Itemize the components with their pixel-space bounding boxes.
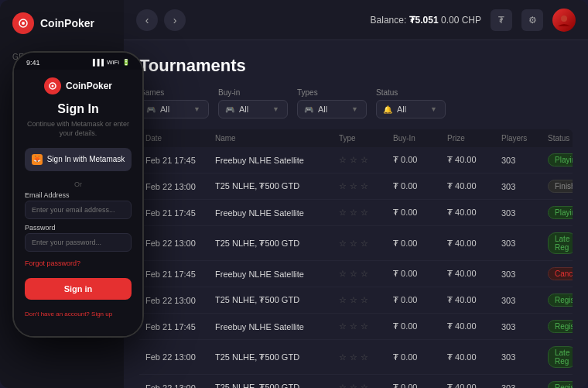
cell-prize: ₮ 40.00 bbox=[447, 155, 501, 165]
table-row[interactable]: Feb 22 13:00 T25 NLHE, ₮500 GTD ☆ ☆ ☆ ₮ … bbox=[139, 173, 573, 200]
star-icon-3: ☆ bbox=[361, 155, 368, 165]
table-row[interactable]: Feb 22 13:00 T25 NLHE, ₮500 GTD ☆ ☆ ☆ ₮ … bbox=[139, 287, 573, 314]
table-row[interactable]: Feb 22 13:00 T25 NLHE, ₮500 GTD ☆ ☆ ☆ ₮ … bbox=[139, 375, 573, 388]
email-field: Email Address bbox=[25, 191, 132, 219]
metamask-button[interactable]: 🦊 Sign In with Metamask bbox=[25, 148, 132, 171]
star-icon-1: ☆ bbox=[339, 383, 347, 388]
phone-logo-text: CoinPoker bbox=[66, 81, 112, 91]
phone-logo: CoinPoker bbox=[44, 77, 112, 94]
filter-buyin: Buy-in 🎮 All ▼ bbox=[218, 88, 288, 118]
table-header: Date Name Type Buy-In Prize Players Stat… bbox=[139, 129, 573, 147]
signup-anchor[interactable]: Sign up bbox=[91, 311, 112, 318]
svg-point-4 bbox=[51, 84, 53, 87]
forward-button[interactable]: › bbox=[164, 9, 186, 31]
cell-prize: ₮ 40.00 bbox=[447, 269, 501, 279]
cell-prize: ₮ 40.00 bbox=[447, 321, 501, 331]
cell-prize: ₮ 40.00 bbox=[447, 383, 501, 388]
avatar[interactable] bbox=[552, 9, 576, 32]
cell-date: Feb 22 13:00 bbox=[145, 182, 215, 191]
metamask-btn-label: Sign In with Metamask bbox=[47, 155, 125, 163]
table-row[interactable]: Feb 22 13:00 T25 NLHE, ₮500 GTD ☆ ☆ ☆ ₮ … bbox=[139, 340, 573, 375]
cell-date: Feb 21 17:45 bbox=[145, 270, 215, 279]
star-icon-1: ☆ bbox=[339, 208, 347, 218]
cell-prize: ₮ 40.00 bbox=[447, 295, 501, 305]
col-buyin: Buy-In bbox=[393, 134, 447, 142]
types-filter-icon: 🎮 bbox=[304, 105, 313, 114]
star-icon-2: ☆ bbox=[350, 239, 357, 249]
cell-type: ☆ ☆ ☆ bbox=[339, 352, 393, 362]
status-badge: Finished bbox=[548, 180, 573, 193]
filter-games-select[interactable]: 🎮 All ▼ bbox=[139, 100, 209, 118]
cell-status: Registering bbox=[548, 320, 573, 333]
metamask-icon: 🦊 bbox=[32, 154, 43, 165]
topbar-nav: ‹ › bbox=[136, 9, 186, 31]
cell-name: T25 NLHE, ₮500 GTD bbox=[215, 295, 339, 305]
filter-buyin-select[interactable]: 🎮 All ▼ bbox=[218, 100, 288, 118]
balance-chp: 0.00 CHP bbox=[441, 15, 481, 26]
topbar: ‹ › Balance: ₮5.051 0.00 CHP ₮ ⚙ bbox=[124, 0, 588, 40]
forgot-password-link[interactable]: Forgot password? bbox=[25, 259, 132, 267]
cell-name: T25 NLHE, ₮500 GTD bbox=[215, 239, 339, 249]
star-icon-2: ☆ bbox=[350, 352, 357, 362]
cell-players: 303 bbox=[501, 182, 548, 191]
filter-buyin-label: Buy-in bbox=[218, 88, 288, 97]
cell-date: Feb 22 13:00 bbox=[145, 239, 215, 248]
table-row[interactable]: Feb 21 17:45 Freebuy NLHE Satellite ☆ ☆ … bbox=[139, 261, 573, 287]
cell-status: Registering bbox=[548, 294, 573, 307]
status-badge: Playing bbox=[548, 206, 573, 219]
star-icon-1: ☆ bbox=[339, 155, 347, 165]
filter-types-select[interactable]: 🎮 All ▼ bbox=[297, 100, 367, 118]
cell-date: Feb 22 13:00 bbox=[145, 296, 215, 305]
phone-sign-in-subtitle: Continue with Metamask or enter your det… bbox=[25, 119, 132, 139]
star-icon-3: ☆ bbox=[361, 321, 368, 331]
filter-status: Status 🔔 All ▼ bbox=[376, 88, 446, 118]
chevron-down-icon-2: ▼ bbox=[272, 105, 279, 113]
cell-players: 303 bbox=[501, 352, 548, 362]
cell-status: Late Reg bbox=[548, 232, 573, 254]
or-divider: Or bbox=[74, 180, 82, 188]
cell-name: T25 NLHE, ₮500 GTD bbox=[215, 352, 339, 362]
email-input[interactable] bbox=[25, 201, 132, 219]
password-label: Password bbox=[25, 224, 132, 232]
signup-link: Don't have an account? Sign up bbox=[25, 311, 132, 318]
wallet-icon[interactable]: ₮ bbox=[491, 9, 512, 31]
status-badge: Playing bbox=[548, 153, 573, 167]
cell-status: Registering bbox=[548, 381, 573, 388]
table-row[interactable]: Feb 21 17:45 Freebuy NLHE Satellite ☆ ☆ … bbox=[139, 314, 573, 340]
logo-text: CoinPoker bbox=[40, 17, 94, 29]
table-row[interactable]: Feb 21 17:45 Freebuy NLHE Satellite ☆ ☆ … bbox=[139, 200, 573, 226]
cell-status: Finished bbox=[548, 180, 573, 193]
star-icon-2: ☆ bbox=[350, 155, 357, 165]
table-body: Feb 21 17:45 Freebuy NLHE Satellite ☆ ☆ … bbox=[139, 147, 573, 388]
main-container: CoinPoker General 🎮 Cash Games ‹ › Balan… bbox=[0, 0, 588, 388]
password-input[interactable] bbox=[25, 233, 132, 252]
cell-buyin: ₮ 0.00 bbox=[393, 239, 447, 249]
phone-content: CoinPoker Sign In Continue with Metamask… bbox=[14, 70, 142, 336]
logo-icon bbox=[12, 12, 34, 34]
sign-in-button[interactable]: Sign in bbox=[25, 278, 132, 300]
status-badge: Registering bbox=[548, 320, 573, 333]
star-icon-3: ☆ bbox=[361, 295, 368, 305]
cell-players: 303 bbox=[501, 270, 548, 279]
phone-status-icons: ▐▐▐ WiFi 🔋 bbox=[91, 59, 130, 66]
star-icon-1: ☆ bbox=[339, 295, 347, 305]
filter-status-select[interactable]: 🔔 All ▼ bbox=[376, 100, 446, 118]
battery-icon: 🔋 bbox=[122, 59, 130, 66]
star-icon-1: ☆ bbox=[339, 181, 347, 191]
topbar-right: Balance: ₮5.051 0.00 CHP ₮ ⚙ bbox=[371, 9, 576, 32]
star-icon-3: ☆ bbox=[361, 181, 368, 191]
settings-icon[interactable]: ⚙ bbox=[521, 9, 543, 31]
cell-status: Cancelled bbox=[548, 267, 573, 280]
cell-buyin: ₮ 0.00 bbox=[393, 352, 447, 362]
page-content: Tournaments Games 🎮 All ▼ Buy-in 🎮 All bbox=[124, 40, 588, 388]
table-row[interactable]: Feb 21 17:45 Freebuy NLHE Satellite ☆ ☆ … bbox=[139, 147, 573, 173]
cell-name: T25 NLHE, ₮500 GTD bbox=[215, 383, 339, 388]
cell-buyin: ₮ 0.00 bbox=[393, 181, 447, 191]
star-icon-3: ☆ bbox=[361, 269, 368, 279]
cell-buyin: ₮ 0.00 bbox=[393, 269, 447, 279]
balance-label: Balance: ₮5.051 0.00 CHP bbox=[371, 15, 481, 26]
table-row[interactable]: Feb 22 13:00 T25 NLHE, ₮500 GTD ☆ ☆ ☆ ₮ … bbox=[139, 226, 573, 261]
cell-buyin: ₮ 0.00 bbox=[393, 383, 447, 388]
cell-type: ☆ ☆ ☆ bbox=[339, 239, 393, 249]
back-button[interactable]: ‹ bbox=[136, 9, 158, 31]
